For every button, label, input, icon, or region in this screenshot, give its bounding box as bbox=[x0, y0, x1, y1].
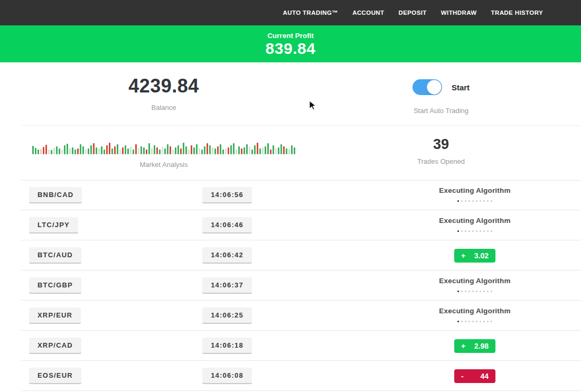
toggle-knob bbox=[427, 80, 442, 95]
market-bar bbox=[183, 143, 184, 154]
market-bar bbox=[148, 143, 150, 154]
market-bar bbox=[93, 143, 95, 154]
trade-row-eos-eur: EOS/EUR14:06:08-44 bbox=[0, 361, 581, 391]
market-bar bbox=[175, 147, 176, 154]
status-executing: Executing Algorithm bbox=[439, 186, 510, 204]
pair-badge: LTC/JPY bbox=[29, 217, 78, 234]
stats-top-row: 4239.84 Balance Start Start Auto Trading bbox=[0, 62, 581, 126]
balance-value: 4239.84 bbox=[128, 75, 199, 97]
progress-dot bbox=[491, 291, 492, 292]
progress-dots bbox=[457, 200, 492, 202]
market-bar bbox=[280, 144, 282, 154]
progress-dot bbox=[480, 291, 481, 292]
profit-banner-label: Current Profit bbox=[267, 32, 314, 40]
market-bar bbox=[236, 150, 237, 154]
market-bar bbox=[130, 147, 132, 154]
market-bar bbox=[222, 150, 224, 154]
market-bar bbox=[209, 145, 211, 154]
market-bar bbox=[85, 150, 87, 154]
market-bar bbox=[38, 150, 39, 154]
market-bar bbox=[288, 150, 290, 154]
time-badge: 14:06:25 bbox=[202, 307, 252, 324]
progress-dot bbox=[465, 291, 466, 292]
nav-item-account[interactable]: ACCOUNT bbox=[352, 10, 384, 16]
market-bar bbox=[243, 147, 245, 154]
market-analysis-label: Market Analysis bbox=[139, 161, 188, 169]
pair-badge: BTC/AUD bbox=[29, 247, 81, 264]
market-bar bbox=[156, 147, 158, 154]
market-bar bbox=[238, 146, 240, 154]
market-bar bbox=[254, 145, 256, 154]
balance-label: Balance bbox=[152, 104, 176, 111]
top-nav: AUTO TRADING™ACCOUNTDEPOSITWITHDRAWTRADE… bbox=[0, 0, 581, 25]
progress-dot bbox=[480, 321, 481, 322]
progress-dot bbox=[461, 200, 463, 202]
status-executing: Executing Algorithm bbox=[439, 307, 510, 324]
market-bar bbox=[286, 148, 287, 154]
progress-dot bbox=[465, 230, 466, 232]
progress-dot bbox=[468, 230, 470, 232]
progress-dot bbox=[457, 291, 459, 292]
trades-opened-value: 39 bbox=[433, 136, 449, 153]
market-bar bbox=[270, 150, 271, 154]
market-bar bbox=[267, 143, 269, 154]
progress-dot bbox=[461, 321, 463, 322]
market-bar bbox=[180, 148, 182, 154]
time-badge: 14:06:56 bbox=[202, 187, 252, 203]
nav-item-withdraw[interactable]: WITHDRAW bbox=[441, 10, 477, 16]
market-bar bbox=[82, 146, 84, 154]
nav-item-deposit[interactable]: DEPOSIT bbox=[399, 10, 427, 16]
progress-dot bbox=[480, 230, 481, 232]
pair-badge: XRP/CAD bbox=[29, 338, 81, 354]
balance-block: 4239.84 Balance bbox=[0, 62, 327, 126]
market-bar bbox=[257, 143, 258, 154]
result-sign: + bbox=[461, 342, 465, 350]
time-badge: 14:06:42 bbox=[202, 247, 252, 264]
market-bar bbox=[125, 145, 126, 154]
auto-trading-block: Start Start Auto Trading bbox=[327, 62, 555, 126]
trades-list: BNB/CAD14:06:56Executing AlgorithmLTC/JP… bbox=[0, 180, 581, 391]
progress-dot bbox=[461, 230, 463, 232]
market-bar bbox=[32, 146, 34, 154]
executing-label: Executing Algorithm bbox=[439, 186, 510, 194]
market-bar bbox=[69, 148, 71, 154]
market-bar bbox=[246, 144, 248, 154]
progress-dot bbox=[491, 230, 492, 232]
market-bar bbox=[228, 147, 229, 154]
pair-badge: BTC/GBP bbox=[29, 277, 81, 294]
market-bar bbox=[273, 145, 274, 154]
progress-dot bbox=[457, 230, 459, 232]
nav-item-trade-history[interactable]: TRADE HISTORY bbox=[491, 10, 543, 16]
market-bar bbox=[196, 144, 198, 154]
market-bar bbox=[40, 149, 42, 154]
progress-dot bbox=[465, 200, 466, 202]
progress-dot bbox=[487, 200, 489, 202]
trade-row-bnb-cad: BNB/CAD14:06:56Executing Algorithm bbox=[0, 180, 581, 210]
executing-label: Executing Algorithm bbox=[439, 307, 510, 315]
market-bar bbox=[185, 146, 187, 154]
market-bar bbox=[225, 148, 227, 154]
result-value: 2.98 bbox=[474, 342, 489, 350]
start-auto-trading-toggle[interactable] bbox=[413, 79, 442, 95]
trade-row-xrp-cad: XRP/CAD14:06:18+2.98 bbox=[0, 331, 581, 361]
market-bar bbox=[96, 147, 97, 154]
trades-opened-label: Trades Opened bbox=[417, 157, 465, 165]
status-executing: Executing Algorithm bbox=[439, 217, 510, 234]
market-bar bbox=[98, 148, 100, 154]
market-bar bbox=[53, 148, 55, 154]
progress-dots bbox=[457, 291, 492, 292]
nav-item-auto-trading[interactable]: AUTO TRADING™ bbox=[283, 10, 339, 16]
market-bar bbox=[249, 147, 250, 154]
progress-dot bbox=[461, 291, 463, 292]
market-bar bbox=[45, 145, 47, 154]
market-bar bbox=[283, 146, 285, 154]
market-bar bbox=[59, 148, 60, 154]
market-bar bbox=[74, 150, 76, 154]
market-bar bbox=[212, 147, 213, 154]
market-bar bbox=[188, 150, 190, 154]
market-bar bbox=[88, 148, 89, 154]
market-bar bbox=[64, 145, 65, 154]
trades-opened-block: 39 Trades Opened bbox=[327, 126, 555, 180]
profit-banner: Current Profit 839.84 bbox=[0, 25, 581, 62]
market-bar bbox=[164, 148, 166, 154]
